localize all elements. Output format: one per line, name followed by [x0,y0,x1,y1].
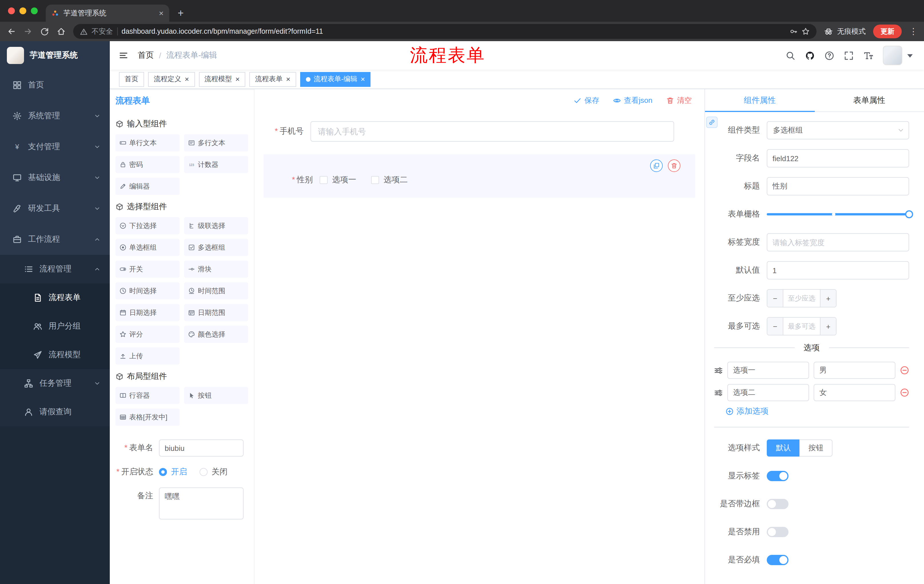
home-icon[interactable] [57,27,66,36]
radio-closed[interactable]: 关闭 [200,467,228,477]
view-json-button[interactable]: 查看json [613,95,652,106]
delete-widget-button[interactable] [668,160,680,172]
password-key-icon[interactable] [790,28,798,35]
tab-component-properties[interactable]: 组件属性 [705,89,815,112]
component-checkbox-group[interactable]: 多选框组 [184,239,248,256]
component-radio-group[interactable]: 单选框组 [116,239,180,256]
tag-process-form[interactable]: 流程表单 [249,72,296,87]
minimize-window-button[interactable] [20,7,26,14]
close-tag-icon[interactable] [185,76,189,83]
tab-form-properties[interactable]: 表单属性 [815,89,924,112]
plus-button[interactable] [820,290,836,307]
sidebar-item-process-management[interactable]: 流程管理 [0,255,110,283]
form-grid-slider[interactable] [767,205,909,224]
hamburger-icon[interactable] [119,51,128,60]
component-date-range[interactable]: 日期范围 [184,304,248,321]
minus-button[interactable] [767,318,783,335]
breadcrumb-home[interactable]: 首页 [138,50,154,61]
browser-menu-icon[interactable] [909,26,917,36]
close-tag-icon[interactable] [286,76,290,83]
field-name-input[interactable] [767,149,909,168]
selected-widget-gender[interactable]: 性别 选项一 选项二 [264,154,695,198]
slider-handle[interactable] [905,210,913,218]
clear-button[interactable]: 清空 [666,95,692,106]
minus-button[interactable] [767,290,783,307]
title-input[interactable] [767,177,909,196]
bookmark-star-icon[interactable] [802,28,810,35]
help-icon[interactable] [825,51,834,60]
user-menu[interactable] [883,46,915,65]
sidebar-item-process-model[interactable]: 流程模型 [0,341,110,369]
tag-process-definition[interactable]: 流程定义 [148,72,195,87]
show-label-toggle[interactable] [767,471,789,481]
form-name-input[interactable] [159,439,244,457]
component-editor[interactable]: 编辑器 [116,178,180,195]
style-default-button[interactable]: 默认 [767,439,799,457]
checkbox-option-1[interactable]: 选项一 [320,175,356,185]
font-size-icon[interactable] [863,51,873,60]
new-tab-button[interactable] [173,5,189,21]
radio-open[interactable]: 开启 [159,467,187,477]
disabled-toggle[interactable] [767,527,789,537]
address-bar[interactable]: 不安全 dashboard.yudao.iocoder.cn/bpm/manag… [73,24,817,39]
tag-process-model[interactable]: 流程模型 [199,72,245,87]
search-icon[interactable] [785,51,795,60]
component-single-text[interactable]: 单行文本 [116,134,180,151]
style-button-button[interactable]: 按钮 [799,439,833,457]
remove-option-icon[interactable] [900,366,909,375]
tag-home[interactable]: 首页 [119,72,144,87]
component-row-container[interactable]: 行容器 [116,387,180,404]
min-select-placeholder[interactable]: 至少应选 [783,290,820,307]
max-select-placeholder[interactable]: 最多可选 [783,318,820,335]
sidebar-item-system[interactable]: 系统管理 [0,100,110,132]
forward-icon[interactable] [23,27,33,36]
option-text-input[interactable] [727,384,809,401]
phone-input[interactable] [310,121,674,142]
component-button[interactable]: 按钮 [184,387,248,404]
close-tag-icon[interactable] [235,76,239,83]
plus-button[interactable] [820,318,836,335]
sidebar-item-infrastructure[interactable]: 基础设施 [0,162,110,193]
copy-widget-button[interactable] [650,160,663,172]
drag-handle-icon[interactable] [714,388,723,397]
tag-process-form-edit[interactable]: 流程表单-编辑 [300,72,371,87]
component-counter[interactable]: 计数器 [184,156,248,173]
sidebar-item-leave-query[interactable]: 请假查询 [0,398,110,426]
component-cascader[interactable]: 级联选择 [184,217,248,234]
sidebar-item-process-form[interactable]: 流程表单 [0,283,110,312]
zoom-window-button[interactable] [31,7,38,14]
close-window-button[interactable] [8,7,15,14]
component-dropdown[interactable]: 下拉选择 [116,217,180,234]
component-switch[interactable]: 开关 [116,261,180,278]
remove-option-icon[interactable] [900,388,909,397]
drag-handle-icon[interactable] [714,366,723,375]
sidebar-item-user-group[interactable]: 用户分组 [0,312,110,341]
component-password[interactable]: 密码 [116,156,180,173]
component-slider[interactable]: 滑块 [184,261,248,278]
component-type-select[interactable]: 多选框组 [767,121,909,140]
github-icon[interactable] [805,51,815,60]
checkbox-option-2[interactable]: 选项二 [371,175,408,185]
fullscreen-icon[interactable] [844,51,854,60]
sidebar-item-home[interactable]: 首页 [0,70,110,100]
back-icon[interactable] [7,27,16,36]
sidebar-item-devtools[interactable]: 研发工具 [0,193,110,224]
required-toggle[interactable] [767,555,789,565]
option-value-input[interactable] [813,362,895,379]
component-multiline-text[interactable]: 多行文本 [184,134,248,151]
default-value-input[interactable] [767,261,909,280]
browser-tab[interactable]: 芋道管理系统 [46,5,169,22]
component-time-picker[interactable]: 时间选择 [116,282,180,299]
component-table[interactable]: 表格[开发中] [116,409,180,426]
option-text-input[interactable] [727,362,809,379]
close-tag-icon[interactable] [361,76,365,83]
option-value-input[interactable] [813,384,895,401]
label-width-input[interactable] [767,233,909,252]
component-rate[interactable]: 评分 [116,326,180,343]
border-toggle[interactable] [767,499,789,509]
component-upload[interactable]: 上传 [116,347,180,365]
sidebar-item-workflow[interactable]: 工作流程 [0,224,110,255]
add-option-button[interactable]: 添加选项 [726,406,909,416]
close-tab-icon[interactable] [159,9,163,17]
sidebar-item-payment[interactable]: 支付管理 [0,132,110,162]
